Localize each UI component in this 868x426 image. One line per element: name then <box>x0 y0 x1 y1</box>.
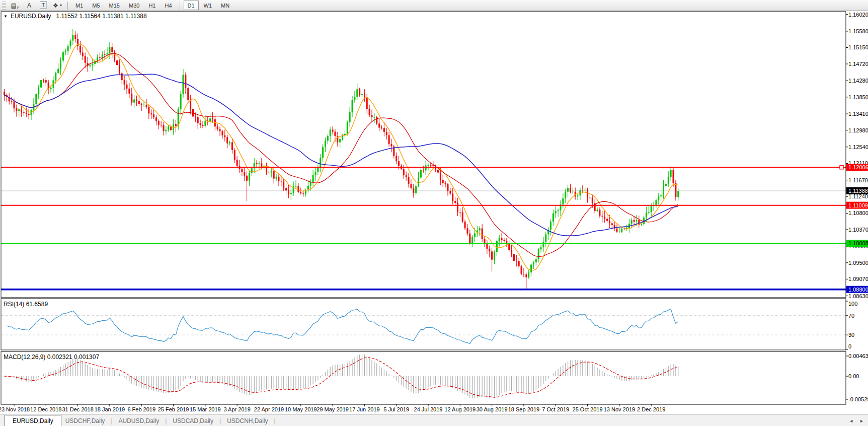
tab-separator: | <box>163 415 169 426</box>
tab-scroll-left-icon[interactable]: ◄ <box>849 418 853 423</box>
price-marker-label: 1.12006 <box>848 164 868 170</box>
level-line-handle[interactable] <box>840 166 843 169</box>
toolbar: ▤FAT❖▾ M1M5M15M30H1H4D1W1MN <box>0 0 868 11</box>
price-marker-label: 1.10008 <box>848 240 868 246</box>
timeframe-group: M1M5M15M30H1H4D1W1MN <box>71 1 234 10</box>
date-label: 12 Aug 2019 <box>444 406 476 412</box>
rsi-indicator-label: RSI(14) 61.6589 <box>4 301 48 308</box>
tab-separator: | <box>109 415 114 426</box>
date-label: 2 Dec 2019 <box>637 406 665 412</box>
candlestick-series <box>4 29 679 290</box>
date-label: 3 Apr 2019 <box>224 406 251 412</box>
date-label: 5 Jul 2019 <box>383 406 409 412</box>
date-label: 18 Jan 2019 <box>95 406 125 412</box>
price-tick-label: 1.10370 <box>848 227 868 233</box>
tab-scroll-controls: ◄ ► <box>849 418 864 423</box>
rsi-tick-label: 100 <box>848 301 857 307</box>
date-label: 10 May 2019 <box>285 406 317 412</box>
chart-tab-bar: EURUSD,DailyUSDCHF,Daily|AUDUSD,Daily|US… <box>0 414 868 426</box>
date-label: 17 Jun 2019 <box>349 406 380 412</box>
main-chart-plot[interactable] <box>1 29 846 290</box>
macd-panel-plot[interactable] <box>5 354 678 398</box>
date-label: 25 Feb 2019 <box>158 406 189 412</box>
toolbar-separator <box>180 2 180 10</box>
drawing-tools-button[interactable]: ❖▾ <box>52 1 63 10</box>
chart-canvas[interactable]: 1.160201.155801.151501.147201.142801.138… <box>0 0 868 426</box>
price-tick-label: 1.12980 <box>848 127 868 133</box>
price-tick-label: 1.10800 <box>848 210 868 216</box>
price-tick-label: 1.12540 <box>848 144 868 150</box>
terminal-window: ▤FAT❖▾ M1M5M15M30H1H4D1W1MN 1.160201.155… <box>0 0 868 426</box>
timeframe-m15-button[interactable]: M15 <box>105 1 124 10</box>
tab-scroll-right-icon[interactable]: ► <box>859 418 864 423</box>
timeframe-h1-button[interactable]: H1 <box>144 1 160 10</box>
toolbar-grip[interactable] <box>2 2 6 10</box>
price-marker-label: 1.08800 <box>848 287 868 293</box>
tab-separator: | <box>272 415 277 426</box>
rsi-panel-plot[interactable] <box>1 309 846 343</box>
price-tick-label: 1.14280 <box>848 78 868 84</box>
date-label: 23 Nov 2018 <box>0 406 30 412</box>
price-tick-label: 1.13850 <box>848 94 868 100</box>
text-box-button[interactable]: T <box>38 1 49 10</box>
date-label: 13 Nov 2019 <box>604 406 635 412</box>
price-tick-label: 1.13410 <box>848 111 868 117</box>
panel-frame <box>1 12 846 298</box>
toolbar-icon-group: ▤FAT❖▾ <box>8 1 64 10</box>
price-tick-label: 1.09500 <box>848 260 868 266</box>
grid-f-button[interactable]: ▤F <box>10 1 21 10</box>
price-tick-label: 1.08630 <box>848 293 868 299</box>
tab-usdchf-daily[interactable]: USDCHF,Daily <box>61 415 109 426</box>
timeframe-m5-button[interactable]: M5 <box>88 1 104 10</box>
chart-ohlc-values: 1.11552 1.11564 1.11381 1.11388 <box>56 13 147 20</box>
collapse-triangle-icon[interactable]: ▼ <box>4 14 8 19</box>
chart-tabs: EURUSD,DailyUSDCHF,Daily|AUDUSD,Daily|US… <box>0 415 278 426</box>
panel-frame <box>1 299 846 350</box>
macd-signal-line <box>5 358 678 397</box>
date-label: 30 Aug 2019 <box>477 406 508 412</box>
price-tick-label: 1.14720 <box>848 61 868 67</box>
tab-usdcnh-daily[interactable]: USDCNH,Daily <box>223 415 272 426</box>
price-tick-label: 1.15580 <box>848 28 868 34</box>
date-label: 7 Oct 2019 <box>542 406 569 412</box>
macd-tick-label: 0.00463 <box>848 353 868 359</box>
timeframe-mn-button[interactable]: MN <box>217 1 233 10</box>
date-label: 22 Apr 2019 <box>254 406 284 412</box>
rsi-tick-label: 0 <box>848 343 851 349</box>
date-label: 12 Dec 2018 <box>30 406 61 412</box>
timeframe-m1-button[interactable]: M1 <box>71 1 87 10</box>
time-axis[interactable]: 23 Nov 201812 Dec 201831 Dec 201818 Jan … <box>0 404 665 412</box>
moving-average-line <box>5 74 678 236</box>
rsi-tick-label: 30 <box>848 332 854 338</box>
moving-average-line <box>5 44 678 270</box>
macd-tick-label: 0.00 <box>848 373 859 379</box>
price-marker-label: 1.11009 <box>848 202 868 208</box>
price-axis[interactable]: 1.160201.155801.151501.147201.142801.138… <box>846 12 868 402</box>
macd-tick-label: -0.005299 <box>848 396 868 402</box>
date-label: 31 Dec 2018 <box>62 406 93 412</box>
price-marker-label: 1.11388 <box>848 188 868 194</box>
timeframe-h4-button[interactable]: H4 <box>161 1 176 10</box>
font-a-button[interactable]: A <box>24 1 35 10</box>
chart-title: ▼ EURUSD,Daily 1.11552 1.11564 1.11381 1… <box>4 13 147 20</box>
tab-separator: | <box>217 415 223 426</box>
timeframe-w1-button[interactable]: W1 <box>200 1 216 10</box>
price-tick-label: 1.09070 <box>848 276 868 282</box>
date-label: 29 May 2019 <box>317 406 349 412</box>
date-label: 6 Feb 2019 <box>127 406 155 412</box>
timeframe-m30-button[interactable]: M30 <box>125 1 143 10</box>
tab-audusd-daily[interactable]: AUDUSD,Daily <box>115 415 164 426</box>
rsi-line <box>7 309 678 343</box>
macd-indicator-label: MACD(12,26,9) 0.002321 0.001307 <box>4 353 99 361</box>
rsi-tick-label: 70 <box>848 313 854 319</box>
toolbar-separator <box>67 2 68 10</box>
price-tick-label: 1.11670 <box>848 177 868 183</box>
price-tick-label: 1.15150 <box>848 44 868 50</box>
chart-symbol-label: EURUSD,Daily <box>11 13 51 20</box>
price-tick-label: 1.16020 <box>848 12 868 18</box>
moving-average-line <box>5 53 678 256</box>
date-label: 25 Oct 2019 <box>573 406 603 412</box>
timeframe-d1-button[interactable]: D1 <box>184 1 199 10</box>
tab-eurusd-daily[interactable]: EURUSD,Daily <box>5 415 61 426</box>
tab-usdcad-daily[interactable]: USDCAD,Daily <box>169 415 217 426</box>
